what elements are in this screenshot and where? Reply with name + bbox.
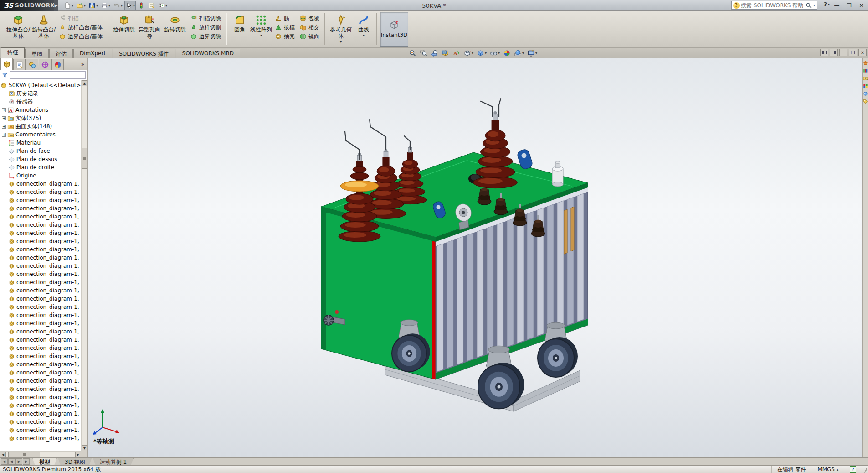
tree-item-connection-diagram[interactable]: connection_diagram-1, — [0, 303, 81, 311]
appearance-button[interactable] — [137, 1, 146, 10]
tree-item-connection-diagram[interactable]: connection_diagram-1, — [0, 213, 81, 221]
scrollbar-thumb[interactable] — [82, 148, 87, 169]
close-button[interactable]: ✕ — [856, 1, 867, 10]
select-button[interactable]: ▾ — [124, 1, 136, 10]
task-pane-design-library[interactable] — [863, 68, 868, 73]
fillet-button[interactable]: 圆角 — [230, 12, 250, 47]
tree-item-connection-diagram[interactable]: connection_diagram-1, — [0, 180, 81, 188]
draft-button[interactable]: 拔模 — [272, 23, 297, 32]
tree-item-material[interactable]: Materiau — [0, 139, 81, 147]
quick-tips-icon[interactable]: ? — [850, 466, 856, 473]
dropdown-arrow-icon[interactable]: ▾ — [121, 4, 123, 8]
expander-icon[interactable]: + — [2, 125, 6, 129]
swept-cut-button[interactable]: 扫描切除 — [188, 14, 223, 23]
tree-item-connection-diagram[interactable]: connection_diagram-1, — [0, 188, 81, 196]
new-document-button[interactable]: ▾ — [63, 1, 74, 10]
tree-item-annotations[interactable]: +AAnnotations — [0, 106, 81, 114]
filter-icon[interactable] — [1, 72, 8, 78]
curves-button[interactable]: 曲线 ▾ — [354, 12, 374, 47]
boundary-cut-button[interactable]: 边界切除 — [188, 32, 223, 41]
doc-close-button[interactable]: × — [858, 49, 867, 56]
tree-item-connection-diagram[interactable]: connection_diagram-1, — [0, 221, 81, 229]
dropdown-arrow-icon[interactable]: ▾ — [535, 51, 537, 55]
task-pane-view-palette[interactable] — [863, 83, 868, 88]
tree-item-connection-diagram[interactable]: connection_diagram-1, — [0, 418, 81, 426]
tree-item-connection-diagram[interactable]: connection_diagram-1, — [0, 344, 81, 352]
dropdown-arrow-icon[interactable]: ▾ — [260, 34, 262, 37]
tree-item-connection-diagram[interactable]: connection_diagram-1, — [0, 319, 81, 327]
search-icon[interactable] — [806, 2, 812, 9]
display-style-button[interactable]: ▾ — [476, 49, 488, 58]
tab-nav-last-button[interactable]: ▶ — [23, 458, 30, 465]
search-dropdown-icon[interactable]: ▾ — [813, 3, 815, 7]
search-box[interactable]: ? ▾ — [731, 1, 817, 10]
dropdown-arrow-icon[interactable]: ▾ — [340, 40, 342, 44]
dropdown-arrow-icon[interactable]: ▾ — [108, 4, 110, 8]
dropdown-arrow-icon[interactable]: ▾ — [485, 51, 487, 55]
resize-grip[interactable] — [862, 466, 868, 473]
breather-cylinder[interactable] — [552, 161, 563, 187]
tree-item-connection-diagram[interactable]: connection_diagram-1, — [0, 410, 81, 418]
doc-tab-motion-study[interactable]: 运动算例 1 — [93, 458, 134, 465]
tab-nav-next-button[interactable]: ▶ — [15, 458, 22, 465]
units-selector[interactable]: MMGS▴ — [812, 466, 844, 473]
tree-item-connection-diagram[interactable]: connection_diagram-1, — [0, 245, 81, 254]
scrollbar-thumb[interactable] — [8, 452, 40, 457]
expander-icon[interactable]: + — [2, 133, 6, 137]
panel-tab-configurationmanager[interactable] — [26, 59, 38, 70]
tree-item-sensors[interactable]: 传感器 — [0, 98, 81, 106]
tab-SOLIDWORKS MBD[interactable]: SOLIDWORKS MBD — [176, 49, 240, 58]
panel-tab-dimxpertmanager[interactable] — [39, 59, 51, 70]
extruded-boss-base-button[interactable]: 拉伸凸台/基体 — [5, 12, 31, 47]
tree-item-connection-diagram[interactable]: connection_diagram-1, — [0, 254, 81, 262]
tab-特征[interactable]: 特征 — [1, 47, 25, 58]
tab-DimXpert[interactable]: DimXpert — [73, 49, 112, 58]
dynamic-annotation-views-button[interactable]: A — [452, 49, 461, 58]
tab-nav-previous-button[interactable]: ◀ — [8, 458, 15, 465]
bushing-wires[interactable] — [345, 99, 501, 160]
tree-item-connection-diagram[interactable]: connection_diagram-1, — [0, 385, 81, 393]
dropdown-arrow-icon[interactable]: ▾ — [522, 51, 524, 55]
wrap-button[interactable]: 包覆 — [297, 14, 322, 23]
instant3d-toggle[interactable]: Instant3D — [380, 12, 408, 47]
pane-left-button[interactable] — [820, 49, 828, 56]
edit-properties-button[interactable] — [147, 1, 156, 10]
scroll-left-icon[interactable]: ◀ — [0, 452, 6, 457]
tree-item-connection-diagram[interactable]: connection_diagram-1, — [0, 278, 81, 286]
scroll-up-icon[interactable]: ▲ — [82, 80, 87, 86]
search-input[interactable] — [741, 2, 804, 9]
previous-view-button[interactable] — [430, 49, 439, 58]
tab-评估[interactable]: 评估 — [49, 49, 73, 58]
tree-item-solid-bodies[interactable]: +实体(375) — [0, 114, 81, 122]
tree-item-connection-diagram[interactable]: connection_diagram-1, — [0, 311, 81, 319]
panel-tab-displaymanager[interactable] — [51, 59, 64, 70]
dropdown-arrow-icon[interactable]: ▾ — [498, 51, 500, 55]
tree-item-comments[interactable]: +Commentaires — [0, 130, 81, 139]
expander-icon[interactable]: + — [2, 108, 6, 112]
options-button[interactable]: ▾ — [157, 1, 168, 10]
tree-item-connection-diagram[interactable]: connection_diagram-1, — [0, 196, 81, 204]
reference-geometry-button[interactable]: 参考几何体 ▾ — [328, 12, 354, 47]
tree-item-connection-diagram[interactable]: connection_diagram-1, — [0, 393, 81, 401]
extruded-cut-button[interactable]: 拉伸切除 — [111, 12, 137, 47]
dropdown-arrow-icon[interactable]: ▾ — [165, 4, 167, 8]
tree-item-connection-diagram[interactable]: connection_diagram-1, — [0, 401, 81, 410]
tree-item-connection-diagram[interactable]: connection_diagram-1, — [0, 262, 81, 270]
edit-appearance-button[interactable] — [502, 49, 512, 58]
open-button[interactable]: ▾ — [75, 1, 87, 10]
tree-item-origin[interactable]: Origine — [0, 172, 81, 180]
tree-horizontal-scrollbar[interactable]: ◀ ▶ — [0, 451, 81, 457]
dropdown-arrow-icon[interactable]: ▾ — [133, 4, 135, 8]
intersect-button[interactable]: 相交 — [297, 23, 322, 32]
mirror-button[interactable]: 镜向 — [297, 32, 322, 41]
hole-wizard-button[interactable]: 异型孔向导 — [137, 12, 162, 47]
tree-item-connection-diagram[interactable]: connection_diagram-1, — [0, 270, 81, 278]
task-pane-solidworks-resources[interactable] — [863, 60, 868, 65]
linear-pattern-button[interactable]: 线性阵列 ▾ — [250, 12, 272, 47]
boundary-boss-base-button[interactable]: 边界凸台/基体 — [56, 32, 105, 41]
shell-button[interactable]: 抽壳 — [272, 32, 297, 41]
doc-minimize-button[interactable]: – — [839, 49, 847, 56]
rib-button[interactable]: 筋 — [272, 14, 297, 23]
restore-button[interactable]: ❐ — [843, 1, 855, 10]
tree-item-top-plane[interactable]: Plan de dessus — [0, 155, 81, 163]
